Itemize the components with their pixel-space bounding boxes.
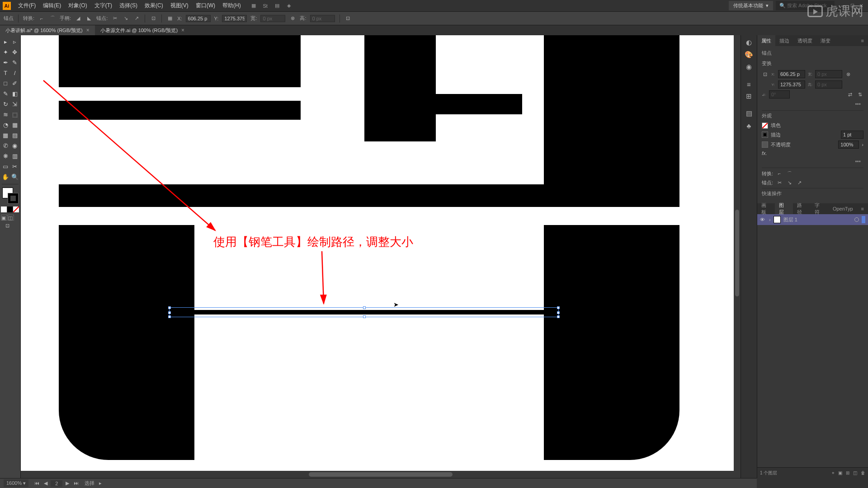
link-wh-icon[interactable]: ⊗ [289,15,296,22]
shaper-tool[interactable]: ✎ [1,89,10,99]
paintbrush-tool[interactable]: ✐ [10,79,20,88]
maximize-button[interactable]: ☐ [848,3,856,9]
document-tab-active[interactable]: 小暑讲解.ai* @ 1600% (RGB/预览) × [0,25,95,35]
panel-menu-icon[interactable]: ≡ [857,35,868,46]
link-icon[interactable]: ⊗ [845,70,851,79]
gradient-tool[interactable]: ▨ [10,131,20,140]
anchor-cut-icon[interactable]: ↗ [796,179,803,186]
menu-view[interactable]: 视图(V) [167,2,192,9]
convert-smooth-icon[interactable]: ⌒ [49,15,56,22]
menu-window[interactable]: 窗口(W) [192,2,219,9]
gpu-icon[interactable]: ◈ [285,2,292,9]
perspective-tool[interactable]: ▦ [10,120,20,130]
canvas-area[interactable]: ➤ 使用【钢笔工具】绘制路径，调整大小 [21,35,741,478]
swatches-panel-icon[interactable]: ◉ [742,61,756,72]
stroke-swatch[interactable] [762,131,768,138]
artboard-tool[interactable]: ▭ [1,162,10,171]
ref-point-icon[interactable]: ⊡ [762,70,768,79]
anchor-remove-icon[interactable]: ✂ [111,15,118,22]
screen-mode-icon[interactable]: ▣ [1,215,7,221]
color-guide-icon[interactable]: 🎨 [742,49,756,60]
fill-stroke-selector[interactable] [2,188,19,204]
symbols-panel-icon[interactable]: ⊞ [742,91,756,102]
new-layer-icon[interactable]: ◫ [853,470,857,476]
stroke-panel-icon[interactable]: ▤ [742,108,756,119]
last-artboard-icon[interactable]: ⏭ [72,480,80,487]
crop-icon[interactable]: ⊡ [344,15,352,22]
panel-menu-icon[interactable]: ≡ [857,203,868,214]
y-input[interactable] [222,15,247,22]
color-panel-icon[interactable]: ◐ [742,37,756,48]
x-input[interactable] [186,15,211,22]
anchor-remove-icon[interactable]: ✂ [776,179,783,186]
graphic-styles-icon[interactable]: ♣ [742,120,756,131]
stroke-tab[interactable]: 描边 [775,35,793,46]
isolate-icon[interactable]: ⊡ [150,15,157,22]
direct-selection-tool[interactable]: ▹ [10,37,20,47]
disclosure-icon[interactable]: › [769,217,771,222]
none-mode-icon[interactable] [13,206,19,212]
rectangle-tool[interactable]: □ [1,79,10,88]
type-tool[interactable]: T [1,68,10,78]
handle-hide-icon[interactable]: ◣ [85,15,93,22]
convert-corner-icon[interactable]: ⌐ [38,15,45,22]
close-button[interactable]: ✕ [857,3,865,9]
locate-layer-icon[interactable]: ⌖ [832,470,835,476]
line-tool[interactable]: / [10,68,20,78]
h-field[interactable] [815,80,842,89]
fx-label[interactable]: fx. [762,150,767,156]
paths-tab[interactable]: 路径 [793,203,811,214]
eyedropper-tool[interactable]: ✆ [1,141,10,150]
convert-corner-icon[interactable]: ⌐ [776,170,783,177]
layer-row[interactable]: 👁 › 图层 1 [757,214,868,225]
next-artboard-icon[interactable]: ▶ [64,480,71,487]
tab-close-icon[interactable]: × [181,27,184,33]
shape-builder-tool[interactable]: ◔ [1,120,10,130]
new-sublayer-icon[interactable]: ⊞ [846,470,849,476]
transparency-tab[interactable]: 透明度 [793,35,816,46]
graph-tool[interactable]: ▥ [10,151,20,161]
menu-effect[interactable]: 效果(C) [141,2,167,9]
stock-icon[interactable]: St [262,2,269,9]
y-field[interactable] [778,80,805,89]
workspace-dropdown[interactable]: 传统基本功能▾ [729,1,773,10]
delete-layer-icon[interactable]: 🗑 [861,470,865,476]
properties-tab[interactable]: 属性 [757,35,775,46]
minimize-button[interactable]: — [839,3,847,9]
menu-file[interactable]: 文件(F) [14,2,39,9]
width-tool[interactable]: ≋ [1,110,10,119]
align-ref-icon[interactable]: ▦ [166,15,174,22]
selection-tool[interactable]: ▸ [1,37,10,47]
flip-h-icon[interactable]: ⇄ [846,91,854,98]
stroke-weight-field[interactable] [841,131,863,139]
artboard-number[interactable]: 2 [51,480,62,487]
pen-tool[interactable]: ✒ [1,58,10,67]
handle-show-icon[interactable]: ◢ [75,15,82,22]
free-transform-tool[interactable]: ⬚ [10,110,20,119]
rotate-tool[interactable]: ↻ [1,99,10,109]
opacity-swatch[interactable] [762,141,768,148]
color-mode-icon[interactable] [1,206,7,212]
angle-field[interactable] [769,90,790,99]
scale-tool[interactable]: ⇲ [10,99,20,109]
anchor-connect-icon[interactable]: ↘ [786,179,793,186]
eraser-tool[interactable]: ◧ [10,89,20,99]
opacity-field[interactable] [838,141,859,149]
first-artboard-icon[interactable]: ⏮ [33,480,41,487]
more-options-icon[interactable]: ••• [762,158,863,166]
artboards-tab[interactable]: 画板 [757,203,775,214]
menu-edit[interactable]: 编辑(E) [39,2,65,9]
menu-type[interactable]: 文字(T) [91,2,116,9]
symbol-sprayer-tool[interactable]: ❋ [1,151,10,161]
make-clip-icon[interactable]: ▣ [838,470,842,476]
x-field[interactable] [778,70,805,78]
gradient-mode-icon[interactable] [7,206,13,212]
layers-tab[interactable]: 图层 [775,203,793,214]
anchor-connect-icon[interactable]: ↘ [122,15,129,22]
prev-artboard-icon[interactable]: ◀ [42,480,49,487]
visibility-icon[interactable]: 👁 [760,217,766,222]
hand-tool[interactable]: ✋ [1,172,10,182]
h-input[interactable] [310,15,335,22]
arrange-icon[interactable]: ▤ [274,2,281,9]
brushes-panel-icon[interactable]: ≡ [742,79,756,89]
